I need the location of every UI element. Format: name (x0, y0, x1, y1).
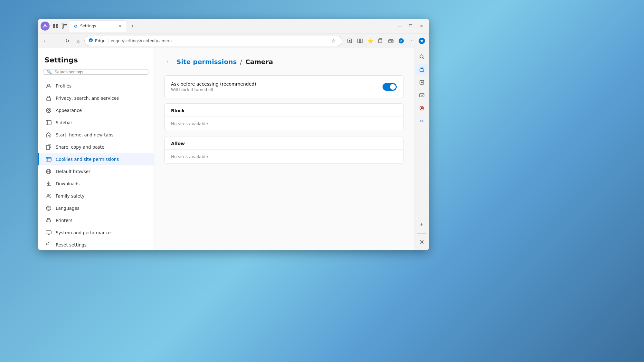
sidebar-item-cookies[interactable]: Cookies and site permissions (38, 153, 154, 165)
close-button[interactable]: ✕ (416, 22, 427, 31)
ask-before-accessing-card: Ask before accessing (recommended) Will … (164, 75, 403, 98)
browser-wallet-button[interactable] (386, 36, 396, 46)
svg-rect-42 (420, 94, 424, 97)
settings-tab[interactable]: ⚙ Settings ✕ (69, 20, 127, 32)
toolbar-actions: ⭐ e ⋯ (345, 36, 427, 46)
svg-point-15 (391, 41, 393, 42)
appearance-icon (45, 107, 52, 114)
svg-point-34 (46, 206, 51, 210)
sidebar-item-family[interactable]: Family safety (38, 190, 154, 202)
svg-point-45 (421, 241, 422, 243)
svg-text:e: e (90, 39, 92, 42)
sidebar-label-privacy: Privacy, search, and services (56, 96, 119, 101)
svg-rect-26 (46, 157, 51, 161)
browser-window: ⚙ Settings ✕ + — ❐ ✕ ← → ↻ ⌂ e Edge | (38, 19, 429, 250)
minimize-button[interactable]: — (394, 22, 405, 31)
sidebar-item-sidebar[interactable]: Sidebar (38, 116, 154, 129)
sidebar-label-sidebar: Sidebar (56, 120, 72, 125)
sidebar-item-start[interactable]: Start, home, and new tabs (38, 129, 154, 141)
address-bar[interactable]: e Edge | edge://settings/content/camera … (84, 36, 342, 46)
allow-card: Allow No sites available (164, 136, 403, 164)
svg-rect-5 (62, 24, 63, 28)
right-panel-settings-button[interactable] (416, 236, 428, 248)
favorites-button[interactable]: ⭐ (365, 36, 375, 46)
back-button[interactable]: ← (41, 36, 50, 46)
right-panel-add-button[interactable]: + (416, 219, 428, 231)
search-box[interactable]: 🔍 (43, 69, 148, 75)
maximize-button[interactable]: ❐ (405, 22, 416, 31)
sidebar-nav: Profiles Privacy, search, and services (38, 79, 154, 250)
svg-rect-37 (46, 231, 51, 234)
page-header: ← Site permissions / Camera (164, 57, 403, 66)
sidebar-item-system[interactable]: System and performance (38, 227, 154, 239)
cookies-icon (45, 156, 52, 162)
right-panel: + (414, 48, 429, 250)
more-tools-button[interactable]: ⋯ (407, 36, 416, 46)
nav-bar: ← → ↻ ⌂ e Edge | edge://settings/content… (38, 33, 429, 48)
right-panel-outlook-button[interactable] (416, 89, 428, 101)
sidebar-item-profiles[interactable]: Profiles (38, 80, 154, 92)
split-screen-button[interactable] (355, 36, 365, 46)
sidebar-item-languages[interactable]: Languages (38, 202, 154, 214)
collections-toolbar-button[interactable] (376, 36, 385, 46)
vertical-tabs-button[interactable] (60, 22, 69, 31)
ask-before-accessing-toggle[interactable] (383, 83, 397, 91)
sidebar-item-downloads[interactable]: Downloads (38, 178, 154, 190)
home-button[interactable]: ⌂ (73, 36, 83, 46)
edge-icon: e (89, 38, 93, 43)
search-input[interactable] (54, 70, 145, 74)
svg-line-39 (423, 58, 424, 59)
address-site-name: Edge (95, 38, 106, 43)
profile-avatar[interactable] (41, 22, 50, 31)
browser-essentials-button[interactable] (345, 36, 355, 46)
sidebar-item-printers[interactable]: Printers (38, 214, 154, 227)
privacy-icon (45, 95, 52, 101)
ask-before-accessing-row: Ask before accessing (recommended) Will … (165, 76, 403, 98)
svg-point-32 (47, 194, 49, 196)
edge-copilot-button[interactable]: e (396, 36, 406, 46)
back-to-site-permissions[interactable]: ← (164, 57, 173, 66)
block-empty-text: No sites available (165, 117, 403, 131)
sidebar-label-downloads: Downloads (56, 181, 80, 186)
default-browser-icon (45, 168, 52, 175)
workspaces-button[interactable] (51, 22, 60, 31)
refresh-button[interactable]: ↻ (62, 36, 72, 46)
svg-rect-20 (47, 98, 51, 101)
right-panel-extensions-button[interactable] (416, 77, 428, 88)
sidebar-item-appearance[interactable]: Appearance (38, 104, 154, 116)
profiles-icon (45, 83, 52, 89)
right-panel-search-button[interactable] (416, 51, 428, 62)
svg-point-10 (349, 40, 351, 42)
languages-icon (45, 205, 52, 211)
share-icon (45, 144, 52, 150)
sidebar-item-share[interactable]: Share, copy and paste (38, 141, 154, 153)
sidebar-label-start: Start, home, and new tabs (56, 132, 113, 137)
svg-rect-40 (420, 69, 424, 71)
svg-point-21 (46, 108, 51, 113)
right-panel-collections-button[interactable] (416, 64, 428, 75)
sidebar-item-reset[interactable]: Reset settings (38, 239, 154, 250)
sidebar-item-privacy[interactable]: Privacy, search, and services (38, 92, 154, 104)
svg-rect-6 (64, 24, 67, 25)
reset-icon (45, 242, 52, 248)
breadcrumb-parent[interactable]: Site permissions (176, 58, 237, 66)
window-controls: — ❐ ✕ (394, 22, 427, 31)
right-panel-copilot-button[interactable] (416, 115, 428, 127)
block-header: Block (165, 104, 403, 117)
content-area: Settings 🔍 Profiles (38, 48, 429, 250)
address-actions: ☆ (328, 36, 338, 46)
favorite-button[interactable]: ☆ (328, 36, 338, 46)
breadcrumb-current: Camera (245, 58, 273, 66)
right-panel-personalize-button[interactable] (416, 102, 428, 114)
tab-close-button[interactable]: ✕ (118, 23, 123, 29)
svg-rect-3 (53, 26, 55, 28)
system-icon (45, 229, 52, 236)
new-tab-button[interactable]: + (128, 22, 137, 31)
copilot-sidebar-button[interactable] (417, 36, 427, 46)
svg-rect-23 (46, 120, 51, 125)
svg-rect-4 (56, 26, 58, 28)
sidebar-label-profiles: Profiles (56, 83, 71, 88)
forward-button[interactable]: → (52, 36, 61, 46)
svg-text:e: e (400, 39, 402, 43)
sidebar-item-default[interactable]: Default browser (38, 165, 154, 178)
